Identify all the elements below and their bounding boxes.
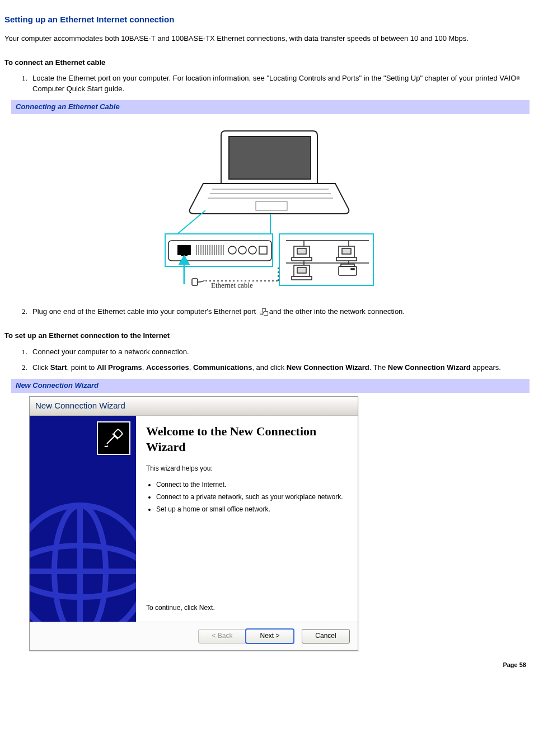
figure-caption-banner: New Connection Wizard [11,379,530,393]
ethernet-port-icon [260,308,268,315]
svg-rect-29 [192,279,198,285]
svg-rect-51 [114,429,123,438]
svg-rect-45 [297,267,306,273]
step-open-wizard: Click Start, point to All Programs, Acce… [29,363,530,373]
wizard-lead-text: This wizard helps you: [146,464,348,473]
svg-rect-48 [341,264,354,266]
section-heading-setup-internet: To set up an Ethernet connection to the … [4,331,530,341]
back-button: < Back [198,629,246,644]
wizard-bullet: Connect to the Internet. [156,481,348,490]
step-locate-port: Locate the Ethernet port on your compute… [29,73,530,95]
svg-rect-43 [336,257,357,261]
figure-label: Ethernet cable [211,281,253,289]
step-connect-network: Connect your computer to a network conne… [29,347,530,358]
step-text: Locate the Ethernet port on your compute… [32,74,516,82]
wizard-bullet: Set up a home or small office network. [156,505,348,514]
svg-rect-39 [297,248,306,254]
svg-rect-0 [229,137,311,179]
step-plug-cable: Plug one end of the Ethernet cable into … [29,307,530,317]
intro-paragraph: Your computer accommodates both 10BASE-T… [4,34,530,44]
svg-rect-47 [339,266,357,275]
svg-rect-46 [292,276,312,280]
figure-caption-banner: Connecting an Ethernet Cable [11,100,530,114]
svg-rect-40 [292,257,312,261]
cancel-button[interactable]: Cancel [302,629,350,644]
ethernet-cable-illustration: Ethernet cable [4,122,530,292]
step-text: Computer Quick Start guide. [32,84,124,93]
section-heading-connect-cable: To connect an Ethernet cable [4,58,530,68]
wizard-sidebar [30,416,136,622]
page-number: Page 58 [4,661,526,670]
step-text: and the other into the network connectio… [269,307,405,316]
new-connection-wizard-window: New Connection Wizard [29,396,358,651]
registered-mark: ® [516,76,520,81]
page-title: Setting up an Ethernet Internet connecti… [4,13,530,26]
svg-rect-42 [342,248,351,254]
wizard-bullet: Connect to a private network, such as yo… [156,493,348,502]
window-title-bar: New Connection Wizard [30,397,358,416]
wizard-badge-icon [97,421,130,455]
svg-rect-49 [351,269,354,270]
next-button[interactable]: Next > [246,629,294,644]
wizard-heading: Welcome to the New Connection Wizard [146,424,348,456]
wizard-button-bar: < Back Next > Cancel [30,622,358,650]
wizard-continue-text: To continue, click Next. [146,581,348,616]
step-text: Plug one end of the Ethernet cable into … [32,307,258,316]
globe-icon [30,499,136,622]
